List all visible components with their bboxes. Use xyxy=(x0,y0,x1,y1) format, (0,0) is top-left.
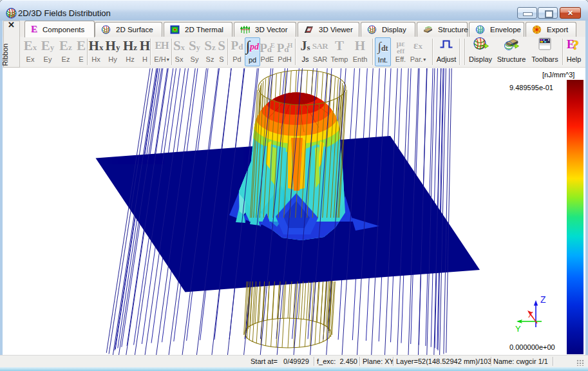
svg-text:?: ? xyxy=(572,37,579,51)
svg-text:X: X xyxy=(528,310,533,319)
svg-text:Z: Z xyxy=(540,294,546,305)
svg-text:Y: Y xyxy=(515,324,521,334)
